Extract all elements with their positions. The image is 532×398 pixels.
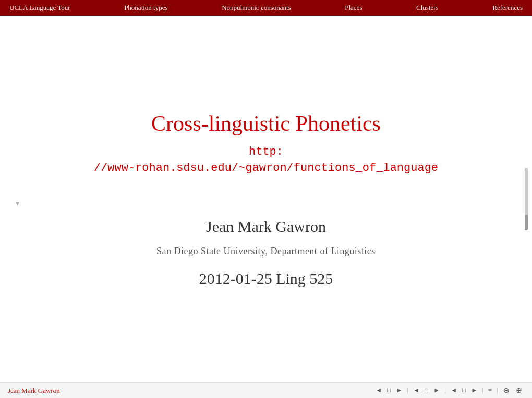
scroll-indicator[interactable]: [525, 168, 528, 230]
url-line2: //www-rohan.sdsu.edu/~gawron/functions_o…: [94, 161, 438, 175]
separator-3: [482, 388, 483, 394]
separator-4: [497, 388, 498, 394]
navbar-item-references[interactable]: References: [488, 4, 527, 12]
nav-prev-3[interactable]: ◄: [449, 385, 458, 395]
nav-frame-3[interactable]: □: [461, 385, 467, 395]
nav-prev-1[interactable]: ◄: [374, 385, 383, 395]
slide-url: http: //www-rohan.sdsu.edu/~gawron/funct…: [94, 144, 438, 177]
author-name: Jean Mark Gawron: [156, 218, 376, 235]
footer-bar: Jean Mark Gawron ◄ □ ► ◄ □ ► ◄ □ ► ≡ ⊖ ⊕: [0, 382, 532, 398]
zoom-search-icon[interactable]: ⊕: [514, 385, 524, 396]
navbar: UCLA Language Tour Phonation types Nonpu…: [0, 0, 532, 16]
navbar-item-nonpulmonic[interactable]: Nonpulmonic consonants: [217, 4, 295, 12]
footer-controls: ◄ □ ► ◄ □ ► ◄ □ ► ≡ ⊖ ⊕: [374, 385, 524, 396]
nav-prev-2[interactable]: ◄: [412, 385, 421, 395]
slide-title: Cross-linguistic Phonetics: [94, 110, 438, 136]
nav-frame-2[interactable]: □: [423, 385, 430, 395]
navbar-item-phonation[interactable]: Phonation types: [120, 4, 172, 12]
navbar-item-clusters[interactable]: Clusters: [412, 4, 443, 12]
nav-next-3[interactable]: ►: [469, 385, 479, 395]
institution: San Diego State University, Department o…: [156, 246, 376, 257]
align-icon[interactable]: ≡: [487, 385, 493, 395]
nav-frame-1[interactable]: □: [385, 385, 392, 395]
author-section: Jean Mark Gawron San Diego State Univers…: [156, 218, 376, 288]
title-section: Cross-linguistic Phonetics http: //www-r…: [94, 110, 438, 177]
navbar-item-places[interactable]: Places: [341, 4, 366, 12]
decoration-arrow: ▾: [16, 199, 19, 208]
date-course: 2012-01-25 Ling 525: [156, 270, 376, 288]
nav-next-2[interactable]: ►: [432, 385, 441, 395]
footer-author-name: Jean Mark Gawron: [8, 387, 60, 395]
separator-1: [407, 388, 408, 394]
nav-next-1[interactable]: ►: [394, 385, 404, 395]
separator-2: [445, 388, 445, 394]
navbar-item-ucla[interactable]: UCLA Language Tour: [5, 4, 75, 12]
zoom-out-icon[interactable]: ⊖: [501, 385, 512, 396]
url-line1: http:: [249, 145, 283, 158]
main-slide: ▾ Cross-linguistic Phonetics http: //www…: [0, 16, 532, 382]
slide-content: Cross-linguistic Phonetics http: //www-r…: [94, 26, 438, 372]
